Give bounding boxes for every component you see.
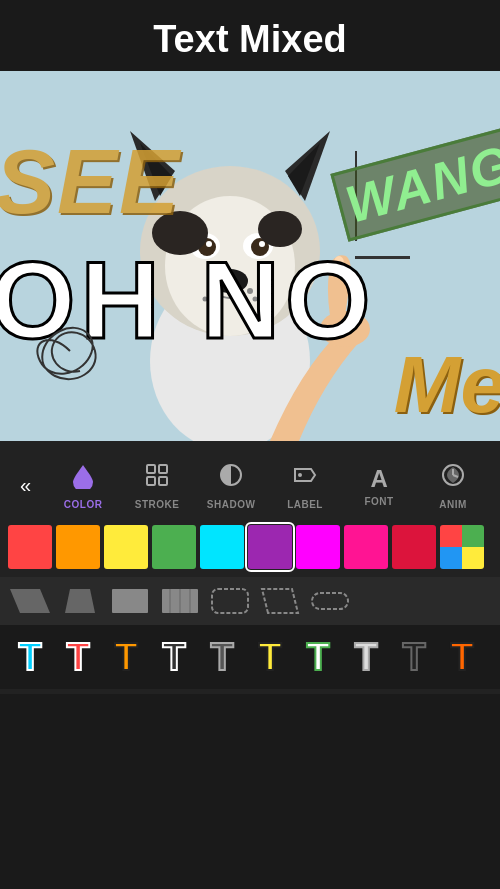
shape-parallelogram-left[interactable] [8, 582, 52, 620]
color-swatch-yellow[interactable] [104, 525, 148, 569]
scribble-decoration [20, 311, 120, 391]
label-icon [291, 461, 319, 496]
shape-row [0, 577, 500, 625]
svg-point-15 [258, 211, 302, 247]
anim-label: ANIM [439, 499, 467, 510]
svg-rect-38 [312, 593, 348, 609]
svg-point-17 [247, 288, 253, 294]
svg-rect-36 [212, 589, 248, 613]
font-style-row: T T T T T T T T T T [0, 625, 500, 689]
shape-pill-dashed[interactable] [308, 582, 352, 620]
color-swatch-purple[interactable] [248, 525, 292, 569]
font-style-5[interactable]: T [200, 633, 244, 681]
tool-stroke[interactable]: STROKE [120, 456, 194, 515]
svg-rect-21 [159, 465, 167, 473]
color-swatch-cyan[interactable] [200, 525, 244, 569]
svg-point-9 [259, 241, 265, 247]
tool-icons-row: « COLOR STROKE [0, 451, 500, 517]
canvas-area: SEE OH NO WANG Me [0, 71, 500, 441]
svg-rect-20 [147, 465, 155, 473]
svg-point-19 [253, 297, 258, 302]
header: Text Mixed [0, 0, 500, 71]
color-swatch-orange[interactable] [56, 525, 100, 569]
svg-point-10 [212, 269, 248, 293]
shape-trapezoid[interactable] [58, 582, 102, 620]
toolbar: « COLOR STROKE [0, 441, 500, 694]
svg-point-25 [298, 473, 302, 477]
svg-point-11 [220, 275, 230, 281]
color-swatch-crimson[interactable] [392, 525, 436, 569]
font-style-4[interactable]: T [152, 633, 196, 681]
svg-point-13 [334, 256, 344, 270]
svg-point-18 [203, 297, 208, 302]
svg-marker-29 [10, 589, 50, 613]
svg-point-16 [207, 288, 213, 294]
vertical-line [355, 151, 357, 241]
font-style-8[interactable]: T [344, 633, 388, 681]
svg-point-12 [320, 311, 370, 347]
tool-label[interactable]: LABEL [268, 456, 342, 515]
label-tool-label: LABEL [287, 499, 323, 510]
font-style-1[interactable]: T [8, 633, 52, 681]
svg-marker-37 [262, 589, 298, 613]
color-swatches-row [0, 517, 500, 577]
svg-marker-30 [65, 589, 95, 613]
shape-rectangle-dotted[interactable] [158, 582, 202, 620]
svg-rect-31 [112, 589, 148, 613]
svg-point-14 [152, 211, 208, 255]
color-swatch-multicolor[interactable] [440, 525, 484, 569]
back-button[interactable]: « [10, 466, 41, 505]
font-label: FONT [364, 496, 393, 507]
droplet-icon [69, 461, 97, 496]
tool-font[interactable]: A FONT [342, 460, 416, 512]
color-swatch-red[interactable] [8, 525, 52, 569]
font-style-6[interactable]: T [248, 633, 292, 681]
font-style-7[interactable]: T [296, 633, 340, 681]
svg-rect-22 [147, 477, 155, 485]
tool-color[interactable]: COLOR [46, 456, 120, 515]
font-icon: A [370, 465, 387, 493]
svg-rect-23 [159, 477, 167, 485]
color-swatch-green[interactable] [152, 525, 196, 569]
tool-anim[interactable]: ANIM [416, 456, 490, 515]
svg-point-8 [206, 241, 212, 247]
color-label: COLOR [64, 499, 103, 510]
font-style-10[interactable]: T [440, 633, 484, 681]
shape-rounded-rect-dashed[interactable] [208, 582, 252, 620]
stroke-label: STROKE [135, 499, 180, 510]
shadow-label: SHADOW [207, 499, 256, 510]
shadow-icon [217, 461, 245, 496]
anim-icon [439, 461, 467, 496]
shape-rectangle[interactable] [108, 582, 152, 620]
stroke-icon [143, 461, 171, 496]
font-style-3[interactable]: T [104, 633, 148, 681]
page-title: Text Mixed [0, 18, 500, 61]
color-swatch-hotpink[interactable] [344, 525, 388, 569]
horizontal-line [355, 256, 410, 259]
font-style-2[interactable]: T [56, 633, 100, 681]
font-style-9[interactable]: T [392, 633, 436, 681]
color-swatch-magenta[interactable] [296, 525, 340, 569]
shape-parallelogram-dashed[interactable] [258, 582, 302, 620]
tool-shadow[interactable]: SHADOW [194, 456, 268, 515]
